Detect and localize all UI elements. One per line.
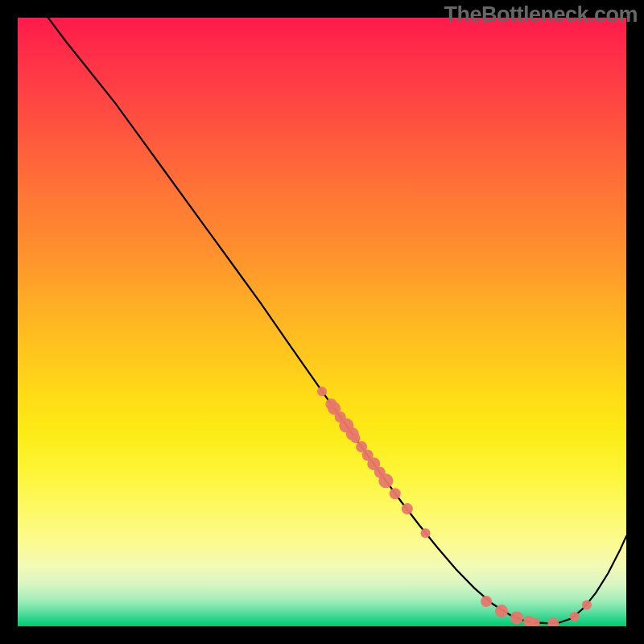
curve-path-group [48, 18, 626, 623]
scatter-point [421, 528, 431, 538]
scatter-point [378, 473, 393, 488]
scatter-point [351, 433, 361, 443]
scatter-point [390, 488, 401, 499]
scatter-point [547, 617, 559, 626]
scatter-point [317, 386, 327, 396]
plot-area [18, 18, 626, 626]
scatter-point [481, 596, 492, 607]
scatter-point [570, 612, 580, 621]
scatter-points [317, 386, 592, 626]
main-curve [48, 18, 626, 623]
scatter-point [402, 503, 413, 514]
scatter-point [495, 605, 508, 617]
chart-svg [18, 18, 626, 626]
chart-frame: TheBottleneck.com [0, 0, 644, 644]
scatter-point [582, 601, 592, 610]
watermark-label: TheBottleneck.com [444, 2, 638, 27]
scatter-point [510, 611, 523, 624]
